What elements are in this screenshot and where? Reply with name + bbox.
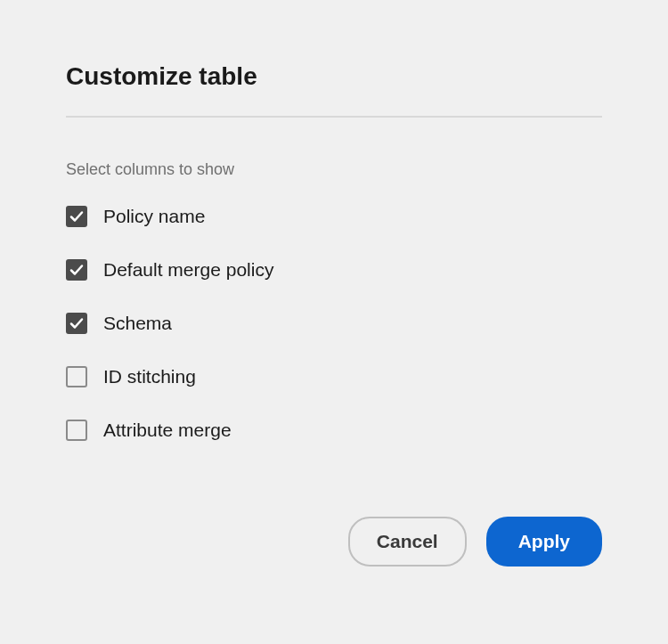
checkbox-id-stitching[interactable] bbox=[66, 366, 87, 387]
dialog-title: Customize table bbox=[66, 62, 602, 91]
customize-table-dialog: Customize table Select columns to show P… bbox=[66, 62, 602, 567]
checkbox-row-attribute-merge[interactable]: Attribute merge bbox=[66, 420, 602, 441]
divider bbox=[66, 116, 602, 118]
checkbox-policy-name[interactable] bbox=[66, 206, 87, 227]
section-label: Select columns to show bbox=[66, 160, 602, 179]
checkbox-row-id-stitching[interactable]: ID stitching bbox=[66, 366, 602, 387]
checkbox-label: Attribute merge bbox=[103, 420, 232, 441]
apply-button[interactable]: Apply bbox=[486, 517, 602, 567]
button-row: Cancel Apply bbox=[66, 517, 602, 567]
checkbox-schema[interactable] bbox=[66, 313, 87, 334]
check-icon bbox=[69, 263, 84, 277]
checkbox-default-merge-policy[interactable] bbox=[66, 259, 87, 281]
cancel-button[interactable]: Cancel bbox=[348, 517, 467, 567]
check-icon bbox=[69, 316, 84, 330]
checkbox-attribute-merge[interactable] bbox=[66, 420, 87, 441]
checkbox-label: Default merge policy bbox=[103, 259, 273, 281]
checkbox-list: Policy name Default merge policy Schema … bbox=[66, 206, 602, 441]
checkbox-row-schema[interactable]: Schema bbox=[66, 313, 602, 334]
checkbox-label: Schema bbox=[103, 313, 172, 334]
check-icon bbox=[69, 209, 84, 224]
checkbox-label: Policy name bbox=[103, 206, 205, 227]
checkbox-row-policy-name[interactable]: Policy name bbox=[66, 206, 602, 227]
checkbox-row-default-merge-policy[interactable]: Default merge policy bbox=[66, 259, 602, 281]
checkbox-label: ID stitching bbox=[103, 366, 196, 387]
